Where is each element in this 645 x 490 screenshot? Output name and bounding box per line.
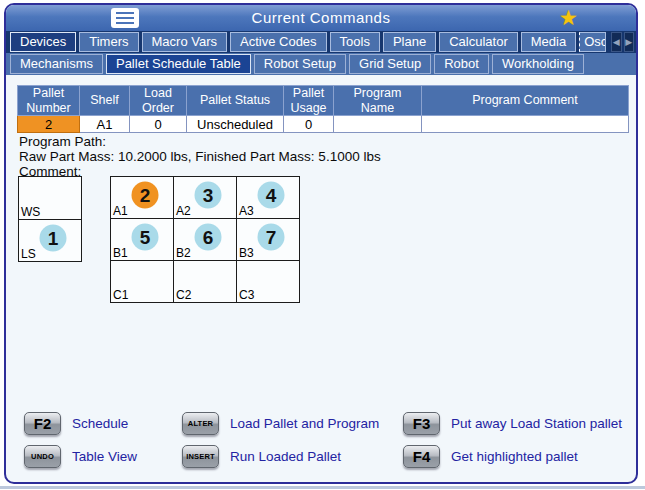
part-mass-label: Raw Part Mass: 10.2000 lbs, Finished Par… [19,149,381,164]
tab-timers[interactable]: Timers [79,32,138,52]
insert-key-button[interactable]: INSERT [182,445,219,468]
grid-cell-c3[interactable]: C3 [237,261,300,303]
column-header-pallet-number: Pallet Number [18,86,80,116]
cell-program-name[interactable] [334,116,422,133]
load-station-label: LS [21,247,36,261]
f4-key-label: Get highlighted pallet [451,449,578,464]
f2-key-button[interactable]: F2 [24,412,61,435]
grid-cell-label: B1 [113,246,128,260]
table-row[interactable]: 2 A1 0 Unscheduled 0 [18,116,629,133]
pallet-circle-4: 4 [258,182,285,209]
work-station-label: WS [21,205,40,219]
grid-cell-c2[interactable]: C2 [174,261,237,303]
load-station-cell[interactable]: LS 1 [19,219,81,261]
tab-plane[interactable]: Plane [383,32,436,52]
pallet-circle-5: 5 [132,224,159,251]
grid-cell-label: A2 [176,204,191,218]
pallet-circle-3: 3 [195,182,222,209]
grid-cell-label: C1 [113,288,128,302]
cell-shelf[interactable]: A1 [80,116,130,133]
column-header-shelf: Shelf [80,86,130,116]
fkey-schedule-row: F2 Schedule [24,412,128,435]
tab-mechanisms[interactable]: Mechanisms [10,54,103,74]
tab-media[interactable]: Media [521,32,576,52]
column-header-load-order: Load Order [130,86,187,116]
tab-pallet-schedule-table[interactable]: Pallet Schedule Table [106,54,251,74]
tab-active-codes[interactable]: Active Codes [230,32,327,52]
pallet-circle-2-highlighted: 2 [132,182,159,209]
sub-tab-bar: Mechanisms Pallet Schedule Table Robot S… [6,53,636,75]
cell-program-comment[interactable] [422,116,629,133]
fkey-table-view-row: UNDO Table View [24,445,137,468]
grid-cell-label: A3 [239,204,254,218]
work-station-cell[interactable]: WS [19,177,81,219]
pallet-schedule-table: Pallet Number Shelf Load Order Pallet St… [17,85,629,133]
grid-cell-label: C2 [176,288,191,302]
fkey-run-loaded-row: INSERT Run Loaded Pallet [182,445,341,468]
f2-key-label: Schedule [72,416,128,431]
grid-cell-label: A1 [113,204,128,218]
f3-key-label: Put away Load Station pallet [451,416,622,431]
tab-macro-vars[interactable]: Macro Vars [142,32,228,52]
insert-key-label: Run Loaded Pallet [230,449,341,464]
title-bar: Current Commands ★ [6,5,636,31]
f3-key-button[interactable]: F3 [403,412,440,435]
pallet-circle-1: 1 [40,225,67,252]
tab-oscilloscope-truncated[interactable]: Osc [579,32,606,52]
alter-key-button[interactable]: ALTER [182,412,219,435]
tab-workholding[interactable]: Workholding [492,54,584,74]
tab-devices[interactable]: Devices [10,32,76,52]
tab-robot[interactable]: Robot [434,54,489,74]
window-bottom-edge [0,486,645,489]
cell-pallet-status[interactable]: Unscheduled [187,116,284,133]
column-header-program-name: Program Name [334,86,422,116]
alter-key-label: Load Pallet and Program [230,416,379,431]
current-commands-window: Current Commands ★ Devices Timers Macro … [4,3,638,484]
f4-key-button[interactable]: F4 [403,445,440,468]
fkey-put-away-row: F3 Put away Load Station pallet [403,412,622,435]
grid-cell-b1[interactable]: B1 5 [111,219,174,261]
pallet-circle-7: 7 [258,224,285,251]
undo-key-label: Table View [72,449,137,464]
tab-robot-setup[interactable]: Robot Setup [254,54,346,74]
column-header-pallet-usage: Pallet Usage [284,86,334,116]
grid-cell-b3[interactable]: B3 7 [237,219,300,261]
tab-grid-setup[interactable]: Grid Setup [349,54,431,74]
column-header-pallet-status: Pallet Status [187,86,284,116]
fkey-load-pallet-row: ALTER Load Pallet and Program [182,412,379,435]
grid-cell-label: B3 [239,246,254,260]
grid-cell-a1[interactable]: A1 2 [111,177,174,219]
load-station-column: WS LS 1 [18,176,82,262]
tab-scroll-left-icon[interactable]: ◀ [611,32,621,52]
pallet-pool-grid: A1 2 A2 3 A3 4 B1 5 B2 6 B3 7 C1 C2 [110,176,300,303]
program-path-label: Program Path: [19,134,106,149]
page-title: Current Commands [6,5,636,31]
grid-cell-c1[interactable]: C1 [111,261,174,303]
tab-tools[interactable]: Tools [330,32,380,52]
top-tab-bar: Devices Timers Macro Vars Active Codes T… [6,31,636,53]
grid-cell-b2[interactable]: B2 6 [174,219,237,261]
column-header-program-comment: Program Comment [422,86,629,116]
table-header-row: Pallet Number Shelf Load Order Pallet St… [18,86,629,116]
grid-cell-label: C3 [239,288,254,302]
tab-scroll-right-icon[interactable]: ▶ [624,32,634,52]
cell-pallet-number[interactable]: 2 [18,116,80,133]
grid-cell-a2[interactable]: A2 3 [174,177,237,219]
pallet-circle-6: 6 [195,224,222,251]
undo-key-button[interactable]: UNDO [24,445,61,468]
grid-cell-a3[interactable]: A3 4 [237,177,300,219]
fkey-get-pallet-row: F4 Get highlighted pallet [403,445,578,468]
cell-pallet-usage[interactable]: 0 [284,116,334,133]
grid-cell-label: B2 [176,246,191,260]
tab-calculator[interactable]: Calculator [439,32,518,52]
favorite-star-icon[interactable]: ★ [559,6,578,30]
cell-load-order[interactable]: 0 [130,116,187,133]
